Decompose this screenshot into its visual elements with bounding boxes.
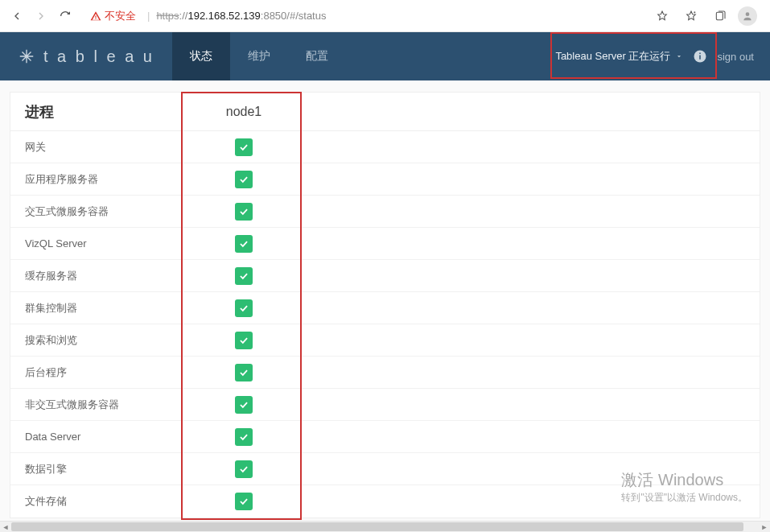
table-row: 缓存服务器 [10, 260, 760, 292]
info-button[interactable] [693, 49, 707, 64]
process-status [183, 203, 304, 221]
back-button[interactable] [5, 4, 29, 28]
table-header: 进程 node1 [10, 93, 760, 131]
svg-rect-3 [700, 56, 702, 60]
status-ok-icon [235, 493, 253, 510]
svg-rect-4 [700, 53, 702, 55]
horizontal-scrollbar[interactable]: ◄ ► [0, 521, 770, 532]
tab-maintenance[interactable]: 维护 [230, 32, 288, 80]
url-protocol: https [156, 10, 179, 22]
address-bar[interactable]: 不安全 | https://192.168.52.139:8850/#/stat… [82, 4, 646, 28]
table-row: VizQL Server [10, 228, 760, 260]
insecure-icon: 不安全 [90, 9, 136, 23]
process-status [183, 428, 304, 446]
process-status [183, 138, 304, 156]
status-ok-icon [235, 235, 253, 253]
scroll-left-icon[interactable]: ◄ [0, 522, 11, 532]
browser-toolbar: 不安全 | https://192.168.52.139:8850/#/stat… [0, 0, 770, 32]
profile-avatar[interactable] [738, 6, 757, 26]
process-name: VizQL Server [10, 237, 183, 250]
address-separator: | [147, 10, 150, 22]
process-name: 群集控制器 [10, 301, 183, 315]
process-status [183, 364, 304, 381]
nav-tabs: 状态 维护 配置 [172, 32, 346, 80]
table-row: 交互式微服务容器 [10, 196, 760, 228]
table-row: 应用程序服务器 [10, 163, 760, 196]
column-node1: node1 [183, 105, 304, 119]
forward-button[interactable] [29, 4, 53, 28]
process-status [183, 235, 304, 253]
status-ok-icon [235, 138, 253, 156]
brand-text: t a b l e a u [43, 47, 154, 66]
process-status [183, 460, 304, 478]
status-ok-icon [235, 267, 253, 285]
tab-status[interactable]: 状态 [172, 32, 230, 80]
star-icon[interactable] [651, 5, 673, 27]
server-status-label: Tableau Server 正在运行 [555, 49, 670, 64]
process-name: 后台程序 [10, 365, 183, 380]
status-ok-icon [235, 203, 253, 221]
url-sep: :// [179, 10, 188, 22]
table-row: 非交互式微服务容器 [10, 389, 760, 421]
status-ok-icon [235, 332, 253, 349]
table-row: 网关 [10, 131, 760, 163]
table-row: 数据引擎 [10, 453, 760, 485]
process-name: 网关 [10, 140, 183, 155]
column-process: 进程 [10, 102, 183, 122]
main-content: 进程 node1 网关应用程序服务器交互式微服务容器VizQL Server缓存… [0, 80, 770, 521]
scroll-thumb[interactable] [11, 522, 743, 531]
favorites-icon[interactable] [680, 5, 702, 27]
status-ok-icon [235, 364, 253, 381]
process-name: 交互式微服务容器 [10, 204, 183, 219]
scroll-right-icon[interactable]: ► [759, 522, 770, 532]
process-name: 搜索和浏览 [10, 333, 183, 348]
sign-out-link[interactable]: sign out [717, 51, 754, 63]
url-path: :8850/#/status [261, 10, 327, 22]
chevron-down-icon [675, 51, 683, 63]
svg-rect-0 [716, 12, 723, 19]
status-ok-icon [235, 171, 253, 188]
svg-point-1 [746, 12, 750, 16]
process-name: 应用程序服务器 [10, 172, 183, 187]
tab-configuration[interactable]: 配置 [288, 32, 346, 80]
refresh-button[interactable] [53, 4, 77, 28]
status-ok-icon [235, 299, 253, 317]
process-name: 文件存储 [10, 494, 183, 509]
status-table: 进程 node1 网关应用程序服务器交互式微服务容器VizQL Server缓存… [10, 92, 760, 518]
status-ok-icon [235, 460, 253, 478]
status-ok-icon [235, 428, 253, 446]
process-status [183, 299, 304, 317]
process-name: Data Server [10, 431, 183, 443]
process-name: 数据引擎 [10, 462, 183, 476]
app-header: t a b l e a u 状态 维护 配置 Tableau Server 正在… [0, 32, 770, 80]
process-status [183, 396, 304, 414]
status-ok-icon [235, 396, 253, 414]
table-row: 搜索和浏览 [10, 324, 760, 357]
insecure-label: 不安全 [105, 9, 136, 23]
server-status-dropdown[interactable]: Tableau Server 正在运行 [555, 49, 683, 64]
process-status [183, 267, 304, 285]
process-status [183, 332, 304, 349]
tableau-logo-icon [18, 47, 35, 65]
process-status [183, 171, 304, 188]
process-name: 非交互式微服务容器 [10, 398, 183, 412]
process-status [183, 493, 304, 510]
url-host: 192.168.52.139 [187, 10, 260, 22]
table-row: 文件存储 [10, 485, 760, 518]
table-row: Data Server [10, 421, 760, 453]
collections-icon[interactable] [709, 5, 731, 27]
table-row: 群集控制器 [10, 292, 760, 324]
process-name: 缓存服务器 [10, 269, 183, 283]
brand-logo: t a b l e a u [0, 32, 172, 80]
table-row: 后台程序 [10, 357, 760, 389]
